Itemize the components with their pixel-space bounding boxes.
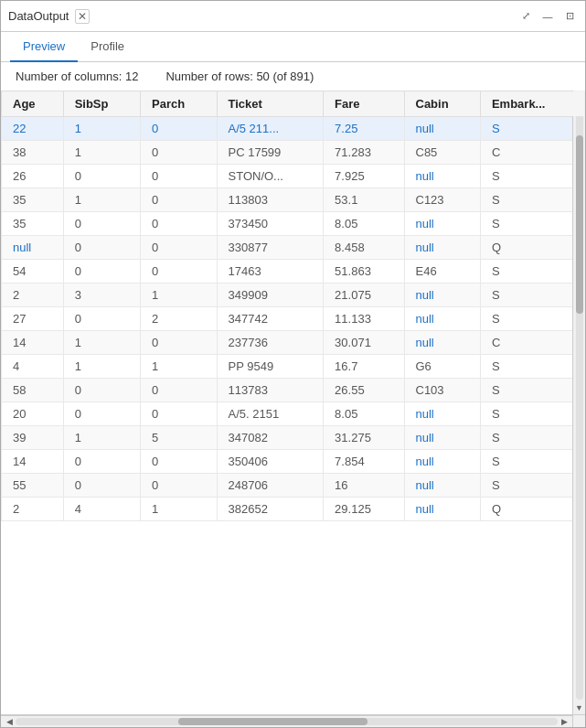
table-cell: 8.05	[324, 212, 404, 236]
table-row: 411PP 954916.7G6S	[2, 355, 585, 379]
table-cell: 1	[63, 426, 140, 450]
table-cell: 0	[63, 165, 140, 188]
table-cell: Q	[480, 236, 584, 260]
table-cell: 16	[324, 474, 404, 498]
tab-profile[interactable]: Profile	[78, 32, 137, 62]
table-cell: 4	[63, 498, 140, 521]
vertical-scrollbar[interactable]: ▲ ▼	[572, 91, 585, 714]
table-cell: 39	[2, 426, 64, 450]
table-cell: 26.55	[324, 379, 404, 402]
table-cell: 113783	[217, 379, 324, 402]
table-cell: 0	[63, 307, 140, 331]
col-fare: Fare	[324, 91, 404, 117]
table-cell: C	[480, 141, 584, 165]
table-cell: 0	[141, 212, 217, 236]
table-cell: S	[480, 402, 584, 426]
scroll-thumb[interactable]	[576, 135, 583, 314]
minimize-button[interactable]: —	[539, 8, 556, 25]
table-cell: STON/O...	[217, 165, 324, 188]
table-cell: 0	[63, 379, 140, 402]
table-cell: null	[404, 165, 480, 188]
table-cell: 347082	[217, 426, 324, 450]
table-cell: S	[480, 165, 584, 188]
table-cell: 350406	[217, 450, 324, 474]
table-cell: 330877	[217, 236, 324, 260]
table-cell: null	[404, 212, 480, 236]
table-cell: 0	[141, 331, 217, 355]
table-cell: 14	[2, 331, 64, 355]
close-button[interactable]: ✕	[75, 9, 90, 24]
table-cell: 8.458	[324, 236, 404, 260]
table-cell: null	[404, 474, 480, 498]
table-row: 391534708231.275nullS	[2, 426, 585, 450]
table-cell: Q	[480, 498, 584, 521]
table-cell: 0	[141, 402, 217, 426]
table-row: 550024870616nullS	[2, 474, 585, 498]
table-cell: A/5. 2151	[217, 402, 324, 426]
table-cell: 55	[2, 474, 64, 498]
scroll-corner	[572, 715, 585, 728]
table-cell: 0	[141, 474, 217, 498]
table-cell: 22	[2, 117, 64, 141]
table-cell: 4	[2, 355, 64, 379]
table-cell: 53.1	[324, 188, 404, 212]
table-cell: null	[404, 450, 480, 474]
table-cell: 349909	[217, 284, 324, 307]
table-cell: S	[480, 426, 584, 450]
table-cell: C103	[404, 379, 480, 402]
col-ticket: Ticket	[217, 91, 324, 117]
table-cell: 0	[141, 188, 217, 212]
main-window: DataOutput ✕ ⤢ — ⊡ Preview Profile Numbe…	[0, 0, 586, 728]
table-cell: 51.863	[324, 260, 404, 284]
table-cell: 0	[63, 212, 140, 236]
title-bar: DataOutput ✕ ⤢ — ⊡	[1, 1, 585, 32]
bottom-bar: ◀ ▶	[1, 714, 585, 727]
restore-button[interactable]: ⊡	[561, 8, 578, 25]
horizontal-scrollbar[interactable]: ◀ ▶	[1, 715, 572, 728]
scroll-right-arrow[interactable]: ▶	[558, 715, 570, 728]
table-cell: E46	[404, 260, 480, 284]
table-cell: 0	[141, 141, 217, 165]
table-cell: null	[404, 307, 480, 331]
table-cell: 54	[2, 260, 64, 284]
window-title: DataOutput	[8, 9, 69, 23]
columns-info: Number of columns: 12	[16, 70, 138, 83]
table-cell: 1	[63, 188, 140, 212]
table-cell: 58	[2, 379, 64, 402]
table-cell: 373450	[217, 212, 324, 236]
col-parch: Parch	[141, 91, 217, 117]
table-cell: 35	[2, 212, 64, 236]
table-cell: 7.854	[324, 450, 404, 474]
table-cell: 2	[2, 498, 64, 521]
table-row: 14003504067.854nullS	[2, 450, 585, 474]
table-cell: 2	[141, 307, 217, 331]
table-cell: 0	[141, 165, 217, 188]
maximize-button[interactable]: ⤢	[517, 8, 534, 25]
table-cell: 27	[2, 307, 64, 331]
table-row: null003308778.458nullQ	[2, 236, 585, 260]
table-cell: 1	[63, 355, 140, 379]
table-cell: 0	[63, 236, 140, 260]
scroll-left-arrow[interactable]: ◀	[3, 715, 16, 728]
h-scroll-thumb[interactable]	[178, 718, 368, 725]
scroll-track[interactable]	[576, 105, 583, 700]
table-row: 2210A/5 211...7.25nullS	[2, 117, 585, 141]
h-scroll-track[interactable]	[16, 718, 558, 725]
table-cell: 20	[2, 402, 64, 426]
table-cell: null	[404, 402, 480, 426]
rows-info: Number of rows: 50 (of 891)	[165, 70, 314, 83]
table-cell: null	[404, 426, 480, 450]
table-row: 141023773630.071nullC	[2, 331, 585, 355]
table-cell: S	[480, 450, 584, 474]
table-cell: 0	[63, 402, 140, 426]
table-row: 35003734508.05nullS	[2, 212, 585, 236]
table-cell: 382652	[217, 498, 324, 521]
table-cell: 248706	[217, 474, 324, 498]
table-container[interactable]: Age SibSp Parch Ticket Fare Cabin Embark…	[1, 91, 585, 714]
table-cell: 16.7	[324, 355, 404, 379]
table-cell: 0	[141, 236, 217, 260]
scroll-down-arrow[interactable]: ▼	[573, 701, 586, 714]
table-cell: S	[480, 260, 584, 284]
title-bar-left: DataOutput ✕	[8, 9, 90, 24]
tab-preview[interactable]: Preview	[10, 32, 78, 62]
